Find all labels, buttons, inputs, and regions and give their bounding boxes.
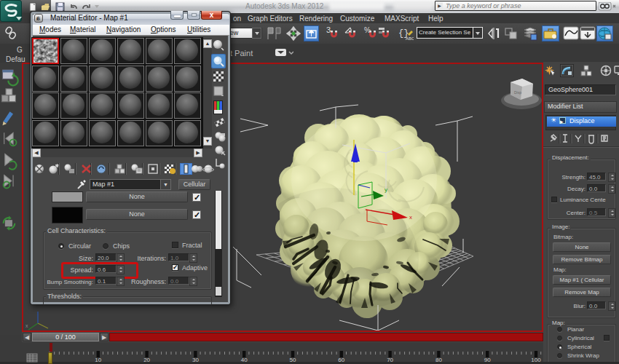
svg-text:100: 100 [531,357,541,363]
svg-text:ABC: ABC [406,36,414,41]
svg-text:30: 30 [192,357,199,363]
svg-text:60: 60 [338,357,344,363]
svg-text:90: 90 [484,357,491,363]
svg-text:80: 80 [435,357,442,363]
svg-text:40: 40 [241,357,248,363]
svg-text:Disp: Disp [514,90,521,95]
svg-text:10: 10 [95,357,101,363]
svg-text:20: 20 [143,357,150,363]
svg-text:x: x [25,323,28,328]
svg-text:70: 70 [387,357,393,363]
svg-text:y: y [385,186,387,193]
svg-text:x: x [409,214,412,221]
svg-text:3: 3 [326,25,331,34]
svg-text:50: 50 [290,357,296,363]
